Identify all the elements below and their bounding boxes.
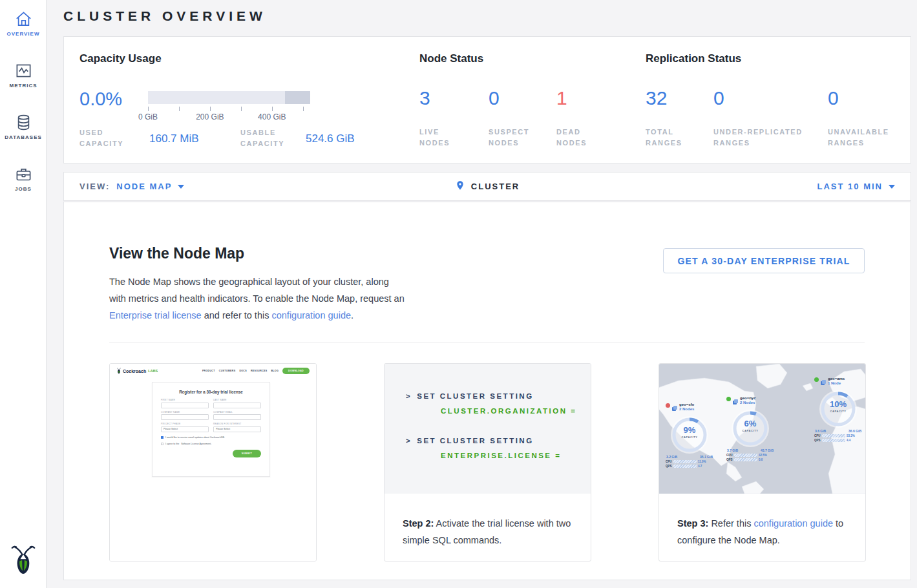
- sidebar-item-label: DATABASES: [0, 134, 47, 140]
- divider: [109, 342, 865, 342]
- databases-icon: [15, 114, 32, 131]
- mini-submit-button: SUBMIT: [233, 450, 261, 457]
- registration-site-screenshot: Cockroach LABS PRODUCT CUSTOMERS DOCS RE…: [110, 364, 316, 561]
- mini-company-email-field: [213, 414, 261, 420]
- node-status-title: Node Status: [419, 52, 483, 65]
- under-replicated-ranges-count: 0: [713, 87, 724, 109]
- usable-capacity-label: USABLE CAPACITY: [240, 127, 284, 149]
- used-capacity-value: 160.7 MiB: [149, 132, 199, 145]
- step2-card: > SET CLUSTER SETTING CLUSTER.ORGANIZATI…: [384, 363, 591, 562]
- mini-reason-select: Please Select: [213, 426, 261, 432]
- configuration-guide-link[interactable]: configuration guide: [271, 310, 351, 320]
- mini-cockroach-labs-logo: Cockroach LABS: [116, 368, 158, 374]
- sidebar-item-label: METRICS: [0, 83, 47, 89]
- home-icon: [15, 10, 32, 28]
- sidebar-item-label: JOBS: [0, 186, 47, 192]
- sidebar-item-metrics[interactable]: METRICS: [0, 52, 47, 103]
- node-map-panel: View the Node Map The Node Map shows the…: [63, 202, 911, 580]
- chevron-down-icon[interactable]: [889, 185, 895, 189]
- mini-first-name-field: [161, 403, 209, 408]
- step1-caption: Step 1: Get a trial license delivered st…: [110, 561, 316, 562]
- unavailable-ranges-label: UNAVAILABLE RANGES: [828, 127, 917, 149]
- step1-card: Cockroach LABS PRODUCT CUSTOMERS DOCS RE…: [109, 363, 317, 562]
- node-status-dot: [666, 403, 670, 408]
- cluster-summary-panel: Capacity Usage 0.0% 0 GiB 200 GiB 400 Gi…: [63, 36, 911, 163]
- sidebar-item-overview[interactable]: OVERVIEW: [0, 0, 47, 52]
- under-replicated-ranges-label: UNDER-REPLICATED RANGES: [713, 127, 817, 149]
- checkbox-checked-icon: [161, 436, 163, 439]
- total-ranges-count: 32: [646, 87, 667, 109]
- node-cube-icon: [820, 377, 827, 388]
- used-capacity-label: USED CAPACITY: [79, 127, 123, 149]
- mini-form-title: Register for a 30-day trial license: [161, 390, 261, 394]
- dead-nodes-label: DEAD NODES: [556, 127, 660, 149]
- mini-project-phase-select: Please Select: [161, 426, 209, 432]
- capacity-used-percent: 0.0%: [79, 89, 122, 110]
- capacity-gauge: 0 GiB 200 GiB 400 GiB: [148, 91, 310, 104]
- mini-agree-checkbox: I agree to the Software License Agreemen…: [161, 443, 261, 445]
- capacity-usage-title: Capacity Usage: [79, 52, 162, 65]
- jobs-icon: [15, 165, 32, 183]
- mini-company-name-field: [161, 414, 209, 420]
- mini-last-name-field: [213, 403, 261, 408]
- capacity-donut: 10% CAPACITY: [819, 390, 857, 428]
- metrics-icon: [15, 62, 32, 79]
- node-map-description: The Node Map shows the geographical layo…: [109, 273, 405, 324]
- node-map-preview-image: geo=sfo 2 Nodes 9% CAPACITY: [659, 364, 865, 494]
- capacity-gauge-nonusable-segment: [285, 91, 310, 104]
- step3-card: geo=sfo 2 Nodes 9% CAPACITY: [659, 363, 866, 562]
- dead-nodes-count: 1: [556, 87, 567, 109]
- location-pin-icon: [455, 180, 465, 193]
- step3-caption: Step 3: Refer this configuration guide t…: [659, 494, 865, 549]
- gauge-tick-label: 0 GiB: [138, 112, 158, 121]
- view-bar: VIEW: NODE MAP CLUSTER LAST 10 MIN: [63, 172, 911, 201]
- mini-updates-checkbox: I would like to receive email updates ab…: [161, 436, 261, 439]
- node-cube-icon: [671, 403, 678, 414]
- step2-caption: Step 2: Activate the trial license with …: [385, 494, 591, 549]
- sidebar-item-jobs[interactable]: JOBS: [0, 155, 47, 207]
- mini-download-button: DOWNLOAD: [282, 368, 310, 374]
- suspect-nodes-count: 0: [489, 87, 500, 109]
- capacity-donut: 9% CAPACITY: [671, 416, 708, 454]
- node-status-dot: [726, 397, 731, 401]
- sidebar: OVERVIEW METRICS DATABASES: [0, 0, 47, 588]
- node-map-heading: View the Node Map: [109, 245, 244, 262]
- cockroachdb-logo: [0, 544, 47, 579]
- enterprise-trial-button[interactable]: GET A 30-DAY ENTERPRISE TRIAL: [663, 248, 865, 273]
- usable-capacity-value: 524.6 GiB: [306, 132, 355, 145]
- mini-site-nav: PRODUCT CUSTOMERS DOCS RESOURCES BLOG DO…: [202, 368, 310, 374]
- node-status-dot: [814, 377, 819, 382]
- locality-marker-nyc: geo=nyc 2 Nodes 6% CAPACITY: [726, 396, 774, 461]
- locality-marker-ams: geo=ams 1 Node 10% CAPACITY: [814, 377, 862, 442]
- sidebar-item-label: OVERVIEW: [0, 31, 47, 37]
- checkbox-icon: [161, 443, 163, 445]
- sql-commands-block: > SET CLUSTER SETTING CLUSTER.ORGANIZATI…: [385, 364, 591, 494]
- live-nodes-count: 3: [419, 87, 430, 109]
- sidebar-item-databases[interactable]: DATABASES: [0, 103, 47, 155]
- replication-status-title: Replication Status: [646, 52, 741, 65]
- enterprise-trial-license-link[interactable]: Enterprise trial license: [109, 310, 202, 320]
- gauge-tick-label: 400 GiB: [258, 112, 286, 121]
- page-title: CLUSTER OVERVIEW: [63, 8, 266, 24]
- configuration-guide-link[interactable]: configuration guide: [754, 518, 833, 529]
- gauge-tick-label: 200 GiB: [196, 112, 224, 121]
- mini-registration-form: Register for a 30-day trial license FIRS…: [152, 382, 270, 477]
- capacity-donut: 6% CAPACITY: [732, 410, 769, 447]
- unavailable-ranges-count: 0: [828, 87, 839, 109]
- node-cube-icon: [732, 396, 739, 408]
- locality-marker-sfo: geo=sfo 2 Nodes 9% CAPACITY: [666, 403, 713, 468]
- breadcrumb-cluster: CLUSTER: [471, 182, 520, 191]
- time-range-dropdown[interactable]: LAST 10 MIN: [817, 182, 883, 191]
